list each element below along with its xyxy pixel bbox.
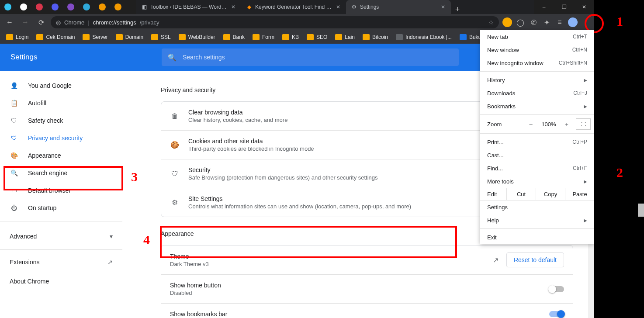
- bookmark-seo[interactable]: SEO: [304, 32, 330, 42]
- pinned-app-3[interactable]: [31, 0, 47, 14]
- fullscreen-button[interactable]: ⛶: [576, 118, 591, 130]
- menu-more-tools[interactable]: More tools▶: [480, 175, 594, 188]
- reset-theme-button[interactable]: Reset to default: [506, 252, 564, 267]
- menu-cut[interactable]: Cut: [506, 188, 536, 200]
- tab-keyword[interactable]: ◆ Keyword Generator Tool: Find Ke... ✕: [241, 0, 346, 14]
- pinned-app-7[interactable]: [94, 0, 110, 14]
- sidebar-item-autofill[interactable]: 📋Autofill: [0, 94, 122, 112]
- sidebar-extensions[interactable]: Extensions↗: [0, 252, 122, 272]
- menu-exit[interactable]: Exit: [480, 231, 594, 244]
- sidebar-item-safety-check[interactable]: 🛡Safety check: [0, 112, 122, 129]
- row-bookmarks-bar[interactable]: Show bookmarks bar: [161, 303, 573, 318]
- menu-new-window[interactable]: New windowCtrl+N: [480, 43, 594, 56]
- folder-icon: [307, 34, 314, 40]
- pinned-app-1[interactable]: [0, 0, 16, 14]
- bookmark-label: Domain: [125, 34, 143, 40]
- home-button-toggle[interactable]: [549, 286, 564, 292]
- zoom-in-button[interactable]: +: [559, 121, 574, 128]
- folder-icon: [363, 34, 370, 40]
- row-desc: Disabled: [170, 290, 540, 296]
- cookie-icon: 🍪: [170, 141, 180, 149]
- bookmark-bitcoin[interactable]: Bitcoin: [360, 32, 391, 42]
- ext-circle-icon[interactable]: ◯: [516, 17, 525, 27]
- sidebar-about[interactable]: About Chrome: [0, 272, 122, 291]
- extension-icons: ◯ ✆ ✦ ≡ ⋮: [502, 17, 591, 27]
- open-external-icon[interactable]: ↗: [493, 256, 499, 264]
- gear-icon: ⚙: [350, 3, 357, 10]
- toolbar: ← → ⟳ ◎ Chrome | chrome://settings/priva…: [0, 14, 594, 31]
- sidebar-item-on-startup[interactable]: ⏻On startup: [0, 199, 122, 217]
- close-tab-icon[interactable]: ✕: [230, 4, 237, 10]
- bookmark-form[interactable]: Form: [250, 32, 277, 42]
- pinned-app-6[interactable]: [79, 0, 94, 14]
- menu-help[interactable]: Help▶: [480, 214, 594, 227]
- bookmarks-bar-toggle[interactable]: [549, 311, 564, 317]
- menu-new-tab[interactable]: New tabCtrl+T: [480, 30, 594, 43]
- star-icon[interactable]: ☆: [488, 19, 494, 26]
- menu-paste[interactable]: Paste: [565, 188, 594, 200]
- bookmark-label: Buku: [469, 34, 481, 40]
- profile-avatar[interactable]: [568, 17, 578, 27]
- pinned-app-2[interactable]: [16, 0, 31, 14]
- zoom-out-button[interactable]: –: [523, 121, 538, 128]
- back-button[interactable]: ←: [3, 16, 16, 28]
- bookmark-ssl[interactable]: SSL: [149, 32, 173, 42]
- close-tab-icon[interactable]: ✕: [440, 4, 447, 10]
- bookmark-cek-domain[interactable]: Cek Domain: [34, 32, 77, 42]
- bookmark-kb[interactable]: KB: [280, 32, 301, 42]
- menu-copy[interactable]: Copy: [536, 188, 565, 200]
- sidebar-item-appearance[interactable]: 🎨Appearance: [0, 147, 122, 164]
- bookmark-server[interactable]: Server: [80, 32, 110, 42]
- sidebar-advanced[interactable]: Advanced▾: [0, 226, 122, 247]
- reading-list-icon[interactable]: ≡: [555, 17, 564, 27]
- chrome-icon: ◎: [56, 19, 61, 26]
- menu-history[interactable]: History▶: [480, 73, 594, 86]
- power-icon: ⏻: [10, 204, 18, 212]
- bookmark-webbuilder[interactable]: WebBuilder: [176, 32, 218, 42]
- tab-settings[interactable]: ⚙ Settings ✕: [346, 0, 451, 14]
- ext-cookie-icon[interactable]: [502, 17, 512, 27]
- minimize-button[interactable]: –: [534, 0, 554, 14]
- menu-settings[interactable]: Settings: [480, 200, 594, 214]
- tab-title: Settings: [360, 4, 437, 10]
- menu-zoom: Zoom – 100% + ⛶: [480, 117, 594, 131]
- tab-title: Keyword Generator Tool: Find Ke...: [255, 4, 332, 10]
- folder-icon: [6, 34, 13, 40]
- close-tab-icon[interactable]: ✕: [335, 4, 342, 10]
- extensions-puzzle-icon[interactable]: ✦: [542, 17, 551, 27]
- pinned-app-4[interactable]: [47, 0, 63, 14]
- chevron-right-icon: ▶: [584, 104, 587, 109]
- sidebar-item-you-and-google[interactable]: 👤You and Google: [0, 77, 122, 94]
- pinned-app-5[interactable]: [63, 0, 79, 14]
- menu-new-incognito[interactable]: New incognito windowCtrl+Shift+N: [480, 56, 594, 69]
- maximize-button[interactable]: ❐: [554, 0, 574, 14]
- search-input[interactable]: [183, 54, 453, 61]
- bookmark-indonesia-ebook[interactable]: Indonesia Ebook |...: [393, 32, 454, 42]
- search-icon: 🔍: [168, 53, 177, 62]
- menu-print[interactable]: Print...Ctrl+P: [480, 135, 594, 149]
- chevron-right-icon: ▶: [584, 179, 587, 184]
- tab-toolbox[interactable]: ◧ Toolbox ‹ IDE BEBAS — WordPre... ✕: [136, 0, 241, 14]
- menu-find[interactable]: Find...Ctrl+F: [480, 162, 594, 175]
- pinned-app-8[interactable]: [110, 0, 126, 14]
- chevron-right-icon: ▶: [584, 78, 587, 83]
- ext-phone-icon[interactable]: ✆: [529, 17, 538, 27]
- row-home-button[interactable]: Show home buttonDisabled: [161, 274, 573, 303]
- search-settings[interactable]: 🔍: [162, 48, 459, 66]
- forward-button[interactable]: →: [19, 16, 31, 28]
- menu-bookmarks[interactable]: Bookmarks▶: [480, 100, 594, 113]
- bookmark-lain[interactable]: Lain: [332, 32, 357, 42]
- shield-icon: 🛡: [170, 170, 180, 178]
- bookmark-login[interactable]: Login: [3, 32, 31, 42]
- scrollbar-thumb[interactable]: [638, 204, 644, 217]
- menu-cast[interactable]: Cast...: [480, 149, 594, 162]
- bookmark-bank[interactable]: Bank: [221, 32, 247, 42]
- reload-button[interactable]: ⟳: [35, 16, 47, 28]
- menu-downloads[interactable]: DownloadsCtrl+J: [480, 86, 594, 100]
- sidebar-item-privacy[interactable]: 🛡Privacy and security: [0, 129, 122, 147]
- bookmark-domain[interactable]: Domain: [113, 32, 146, 42]
- new-tab-button[interactable]: +: [451, 5, 464, 14]
- url-path: /privacy: [140, 19, 159, 26]
- close-window-button[interactable]: ✕: [574, 0, 594, 14]
- omnibox[interactable]: ◎ Chrome | chrome://settings/privacy ☆: [51, 16, 499, 28]
